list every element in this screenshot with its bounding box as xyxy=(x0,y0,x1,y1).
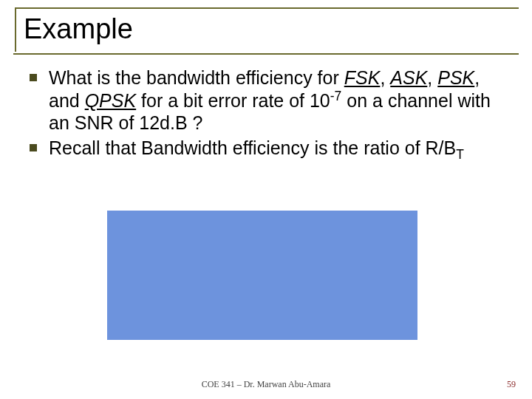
modulation-ask: ASK xyxy=(390,67,427,88)
title-box: Example xyxy=(15,7,519,52)
footer-text: COE 341 – Dr. Marwan Abu-Amara xyxy=(0,379,532,390)
text-run: Recall that Bandwidth efficiency is the … xyxy=(49,137,456,158)
content-area: What is the bandwidth efficiency for FSK… xyxy=(13,64,519,163)
bullet-item: Recall that Bandwidth efficiency is the … xyxy=(30,137,511,163)
modulation-fsk: FSK xyxy=(344,67,381,88)
title-rule: Example xyxy=(13,7,519,55)
bullet-icon xyxy=(30,144,37,151)
exponent: -7 xyxy=(330,89,342,103)
text-run: for a bit error rate of 10 xyxy=(136,90,330,111)
slide: Example What is the bandwidth efficiency… xyxy=(0,0,532,399)
modulation-qpsk: QPSK xyxy=(85,90,136,111)
text-run: What is the bandwidth efficiency for xyxy=(49,67,344,88)
bullet-item: What is the bandwidth efficiency for FSK… xyxy=(30,66,511,134)
covered-equation-box xyxy=(107,211,417,340)
bullet-text: Recall that Bandwidth efficiency is the … xyxy=(49,137,464,163)
text-run: , xyxy=(427,67,437,88)
bullet-text: What is the bandwidth efficiency for FSK… xyxy=(49,66,511,134)
subscript: T xyxy=(456,147,464,162)
slide-title: Example xyxy=(24,13,133,44)
modulation-psk: PSK xyxy=(437,67,474,88)
text-run: , xyxy=(380,67,390,88)
page-number: 59 xyxy=(507,379,516,390)
bullet-icon xyxy=(30,74,37,81)
